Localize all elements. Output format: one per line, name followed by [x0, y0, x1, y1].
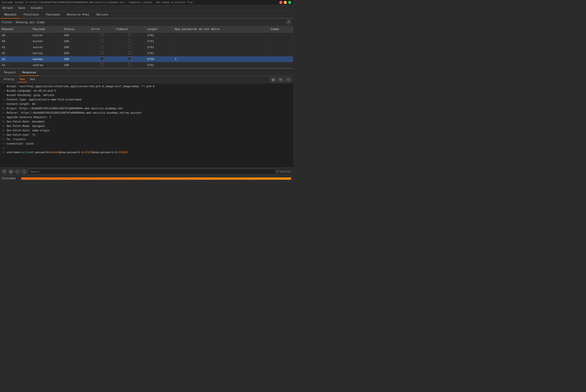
line-content: Accept: text/html,application/xhtml+xml,…	[7, 84, 155, 88]
checkbox[interactable]	[128, 51, 131, 54]
cell-status: 200	[62, 50, 90, 56]
line-number: 7	[0, 93, 7, 97]
cell-comment	[269, 38, 293, 44]
col-payload[interactable]: Payload	[31, 26, 62, 32]
forward-btn[interactable]: →	[22, 169, 27, 174]
checkbox[interactable]	[101, 39, 104, 42]
table-row[interactable]: 42harley2003761	[0, 50, 293, 56]
cell-match	[173, 50, 269, 56]
title-text: Intruder attack of https://0a1b001f03c3c…	[2, 1, 193, 4]
tab-request[interactable]: Request	[1, 70, 19, 76]
results-table-container[interactable]: Request Payload Status Error Timeout Len…	[0, 26, 293, 69]
view-tab-pretty[interactable]: Pretty	[2, 77, 17, 82]
col-length[interactable]: Length	[145, 26, 173, 32]
table-row[interactable]: 39hunter2003761	[0, 32, 293, 38]
results-table: Request Payload Status Error Timeout Len…	[0, 26, 293, 68]
checkbox[interactable]	[128, 39, 131, 42]
checkbox[interactable]	[128, 33, 131, 36]
table-header-row: Request Payload Status Error Timeout Len…	[0, 26, 293, 32]
tab-payloads[interactable]: Payloads	[43, 11, 63, 18]
line-number: 20	[0, 150, 7, 154]
main-tabs: Results Positions Payloads Resource Pool…	[0, 11, 293, 18]
progress-fill	[22, 178, 291, 180]
req-tabs-bar: Request Response	[0, 69, 293, 76]
code-line: 11Referer: https://0a4b001f03c3c605c1887…	[0, 111, 293, 115]
line-number: 19	[0, 146, 7, 150]
settings-btn[interactable]: ⚙	[9, 169, 13, 174]
cell-request: 40	[0, 38, 31, 44]
cell-match	[173, 32, 269, 38]
table-row[interactable]: 40buster2003761	[0, 38, 293, 44]
cell-comment	[269, 32, 293, 38]
code-line: 17Te: trailers	[0, 137, 293, 142]
checkbox[interactable]	[128, 45, 131, 48]
menu-columns[interactable]: Columns	[30, 6, 44, 10]
status-text: Finished	[2, 177, 20, 180]
line-content: Content-Type: application/x-www-form-url…	[7, 98, 81, 102]
cell-request: 44	[0, 62, 31, 68]
cell-status: 200	[62, 38, 90, 44]
code-line: 16Sec-Fetch-User: ?1	[0, 133, 293, 137]
cell-length: 3761	[145, 32, 173, 38]
newline-btn[interactable]: \n	[278, 77, 284, 82]
col-error[interactable]: Error	[90, 26, 114, 32]
table-row[interactable]: 43batman20037581	[0, 56, 293, 62]
code-line: 19	[0, 146, 293, 150]
code-area[interactable]: Accept: text/html,application/xhtml+xml,…	[0, 84, 293, 167]
tab-positions[interactable]: Positions	[20, 11, 43, 18]
checkbox[interactable]	[101, 51, 104, 54]
cell-length: 3758	[145, 56, 173, 62]
col-request[interactable]: Request	[0, 26, 31, 32]
tab-options[interactable]: Options	[93, 11, 112, 18]
table-row[interactable]: 41soccer2003761	[0, 44, 293, 50]
code-line: 6Accept-Language: en-US,en;q=0.5	[0, 89, 293, 93]
wrap-btn[interactable]: ≡	[285, 77, 291, 82]
view-tab-hex[interactable]: Hex	[28, 77, 37, 82]
checkbox[interactable]	[101, 33, 104, 36]
line-content: Origin: https://0a4b001f03c3c605c1887bfa…	[7, 106, 123, 110]
cell-comment	[269, 44, 293, 50]
checkbox[interactable]	[128, 57, 131, 60]
checkbox[interactable]	[101, 45, 104, 48]
tab-results[interactable]: Results	[1, 11, 20, 18]
view-tab-raw[interactable]: Raw	[18, 77, 27, 82]
line-number: 17	[0, 138, 7, 142]
window-controls	[279, 1, 291, 4]
tab-response[interactable]: Response	[19, 70, 39, 76]
checkbox[interactable]	[101, 57, 104, 60]
bottom-bar: ? ⚙ ← → 0 matches	[0, 167, 293, 176]
cell-length: 3761	[145, 44, 173, 50]
line-content: Sec-Fetch-Site: same-origin	[7, 129, 50, 133]
maximize-btn[interactable]	[288, 1, 291, 4]
col-match[interactable]: New passwords do not match	[173, 26, 269, 32]
back-btn[interactable]: ←	[15, 169, 20, 174]
help-circle-btn[interactable]: ?	[2, 169, 7, 174]
cell-comment	[269, 56, 293, 62]
help-button[interactable]: ?	[286, 20, 291, 25]
close-btn[interactable]	[279, 1, 282, 4]
menu-save[interactable]: Save	[18, 6, 26, 10]
line-number: 15	[0, 129, 7, 133]
tab-resource-pool[interactable]: Resource Pool	[63, 11, 93, 18]
code-line: 12Upgrade-Insecure-Requests: 1	[0, 115, 293, 120]
cell-payload: soccer	[31, 44, 62, 50]
cell-request: 39	[0, 32, 31, 38]
matches-label: 0 matches	[277, 170, 291, 173]
cell-match	[173, 38, 269, 44]
view-tabs-bar: Pretty Raw Hex ▤ \n ≡	[0, 76, 293, 84]
title-bar: Intruder attack of https://0a1b001f03c3c…	[0, 0, 293, 5]
cell-comment	[269, 50, 293, 56]
col-comment[interactable]: Comme	[269, 26, 293, 32]
view-controls: ▤ \n ≡	[270, 77, 291, 82]
col-timeout[interactable]: Timeout	[114, 26, 145, 32]
copy-btn[interactable]: ▤	[270, 77, 276, 82]
checkbox[interactable]	[101, 63, 104, 66]
search-input[interactable]	[28, 169, 275, 174]
menu-attack[interactable]: Attack	[2, 6, 14, 10]
checkbox[interactable]	[128, 63, 131, 66]
minimize-btn[interactable]	[284, 1, 287, 4]
status-bar: Finished	[0, 176, 293, 181]
col-status[interactable]: Status	[62, 26, 90, 32]
table-row[interactable]: 44andrew2003761	[0, 62, 293, 68]
cell-payload: harley	[31, 50, 62, 56]
